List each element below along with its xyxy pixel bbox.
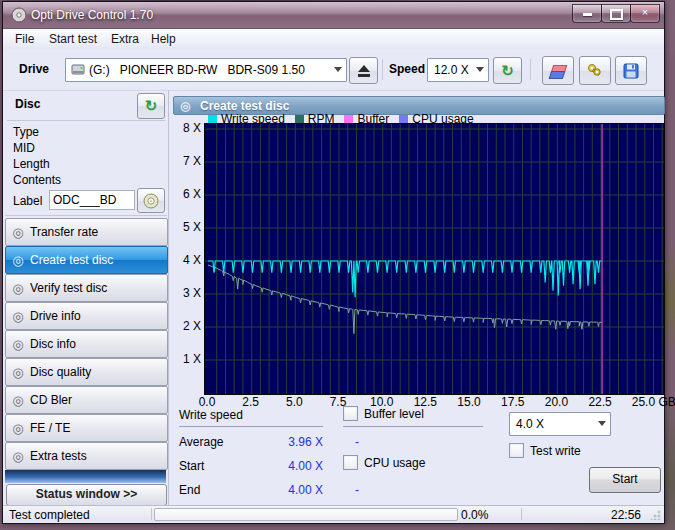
buffer-level-row: Buffer level <box>343 406 424 421</box>
drive-toolbar: Drive (G:) PIONEER BD-RW BDR-S09 1.50 Sp… <box>3 49 664 91</box>
x-tick-label: 15.0 <box>453 395 485 409</box>
chevron-down-icon <box>476 67 484 72</box>
refresh-speeds-button[interactable]: ↻ <box>493 57 522 84</box>
divider <box>343 426 483 427</box>
y-tick-label: 6 X <box>169 187 201 201</box>
drive-icon <box>71 64 85 76</box>
cpu-usage-value: - <box>355 483 375 497</box>
eject-button[interactable] <box>349 57 378 84</box>
status-text: Test completed <box>9 508 90 522</box>
x-tick-label: 22.5 <box>584 395 616 409</box>
disc-icon: ◎ <box>180 98 190 114</box>
y-tick-label: 3 X <box>169 286 201 300</box>
sidebar-item-fe-te[interactable]: ◎FE / TE <box>5 414 168 442</box>
disc-length-label: Length <box>13 157 50 171</box>
menu-file[interactable]: File <box>9 32 40 46</box>
resize-grip[interactable] <box>651 510 661 520</box>
app-window: Opti Drive Control 1.70 × File Start tes… <box>2 1 665 524</box>
test-write-label: Test write <box>530 444 581 458</box>
minimize-button[interactable] <box>572 4 602 23</box>
disc-icon: ◎ <box>6 449 30 464</box>
end-label: End <box>179 483 200 497</box>
buffer-level-label: Buffer level <box>364 407 424 421</box>
sidebar-item-label: Drive info <box>30 309 81 323</box>
close-button[interactable]: × <box>630 4 660 23</box>
sidebar-item-label: Transfer rate <box>30 225 98 239</box>
app-disc-icon <box>11 7 27 23</box>
sidebar-item-label: Create test disc <box>30 253 113 267</box>
average-label: Average <box>179 435 223 449</box>
sidebar-item-verify-test-disc[interactable]: ◎Verify test disc <box>5 274 168 302</box>
average-value: 3.96 X <box>253 435 323 449</box>
maximize-button[interactable] <box>601 4 631 23</box>
x-tick-label: 17.5 <box>497 395 529 409</box>
sidebar-item-disc-info[interactable]: ◎Disc info <box>5 330 168 358</box>
chevron-down-icon <box>598 421 606 426</box>
drive-label: Drive <box>19 62 49 76</box>
refresh-disc-button[interactable]: ↻ <box>137 93 165 119</box>
disc-mid-label: MID <box>13 141 35 155</box>
x-tick-label: 0.0 <box>191 395 223 409</box>
y-tick-label: 2 X <box>169 319 201 333</box>
save-floppy-icon <box>623 63 639 79</box>
disc-icon: ◎ <box>6 253 30 268</box>
menu-start-test[interactable]: Start test <box>43 32 103 46</box>
erase-disc-button[interactable] <box>542 56 574 85</box>
test-write-checkbox[interactable] <box>509 443 524 458</box>
progress-bar <box>154 508 458 521</box>
test-write-row: Test write <box>509 443 581 458</box>
sidebar-item-transfer-rate[interactable]: ◎Transfer rate <box>5 218 168 246</box>
toolbar-separator <box>382 59 383 80</box>
end-value: 4.00 X <box>253 483 323 497</box>
x-tick-label: 20.0 <box>540 395 572 409</box>
speed-label: Speed <box>389 62 425 76</box>
sidebar-item-cd-bler[interactable]: ◎CD Bler <box>5 386 168 414</box>
drive-select[interactable]: (G:) PIONEER BD-RW BDR-S09 1.50 <box>65 58 347 82</box>
drive-select-value: (G:) PIONEER BD-RW BDR-S09 1.50 <box>89 63 305 77</box>
sidebar-accent-strip <box>5 470 166 483</box>
sidebar-item-drive-info[interactable]: ◎Drive info <box>5 302 168 330</box>
toolbar-separator <box>530 59 531 80</box>
menu-help[interactable]: Help <box>145 32 182 46</box>
divider <box>151 508 152 520</box>
progress-percent: 0.0% <box>461 508 488 522</box>
start-test-button[interactable]: Start <box>589 467 661 493</box>
status-window-button[interactable]: Status window >> <box>6 484 167 506</box>
sidebar-item-extra-tests[interactable]: ◎Extra tests <box>5 442 168 470</box>
cpu-usage-checkbox[interactable] <box>343 455 358 470</box>
start-value: 4.00 X <box>253 459 323 473</box>
start-label: Start <box>179 459 204 473</box>
sidebar-item-create-test-disc[interactable]: ◎Create test disc <box>5 246 168 274</box>
save-button[interactable] <box>615 56 647 85</box>
license-keys-button[interactable] <box>579 56 611 85</box>
disc-contents-label: Contents <box>13 173 61 187</box>
sidebar-item-label: FE / TE <box>30 421 70 435</box>
x-tick-label: 25.0 GB <box>626 395 675 409</box>
divider <box>521 508 522 520</box>
elapsed-time: 22:56 <box>563 508 641 522</box>
cd-icon <box>143 193 159 209</box>
write-speed-chart <box>204 123 665 395</box>
speed-select[interactable]: 12.0 X <box>427 58 489 82</box>
speed-select-value: 12.0 X <box>434 63 469 77</box>
sidebar-item-label: Disc quality <box>30 365 91 379</box>
sidebar-item-label: Extra tests <box>30 449 87 463</box>
status-bar: Test completed 0.0% 22:56 <box>3 505 664 522</box>
disc-icon: ◎ <box>6 393 30 408</box>
x-tick-label: 5.0 <box>278 395 310 409</box>
test-speed-value: 4.0 X <box>516 417 544 431</box>
sidebar-item-label: Disc info <box>30 337 76 351</box>
keys-icon <box>586 63 604 79</box>
test-speed-select[interactable]: 4.0 X <box>509 412 611 436</box>
title-bar[interactable]: Opti Drive Control 1.70 × <box>3 2 664 29</box>
refresh-icon: ↻ <box>501 64 514 78</box>
sidebar-item-disc-quality[interactable]: ◎Disc quality <box>5 358 168 386</box>
menu-extra[interactable]: Extra <box>105 32 145 46</box>
divider <box>179 426 323 427</box>
write-label-button[interactable] <box>137 188 165 213</box>
sidebar-item-label: Verify test disc <box>30 281 107 295</box>
menu-bar: File Start test Extra Help <box>3 29 664 50</box>
x-tick-label: 2.5 <box>235 395 267 409</box>
buffer-level-checkbox[interactable] <box>343 406 358 421</box>
disc-label-input[interactable] <box>49 190 135 210</box>
